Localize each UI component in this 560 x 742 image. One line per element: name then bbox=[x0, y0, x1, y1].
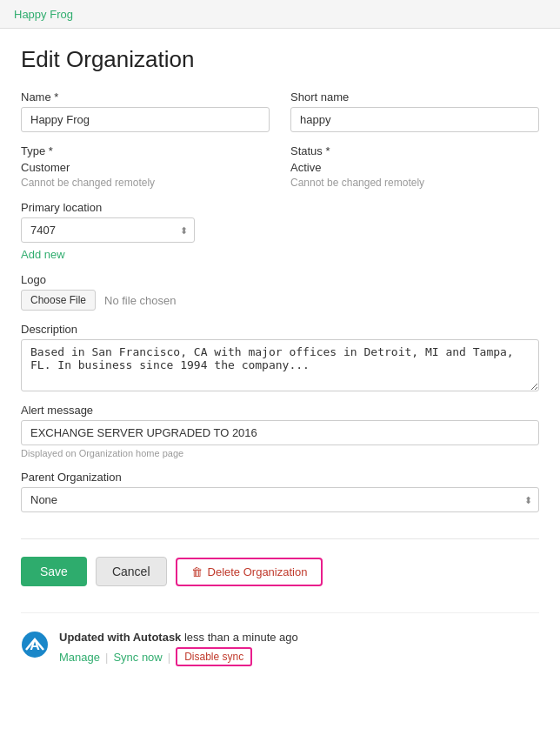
logo-group: Logo Choose File No file chosen bbox=[21, 273, 539, 311]
trash-icon: 🗑 bbox=[191, 565, 203, 578]
breadcrumb-link[interactable]: Happy Frog bbox=[14, 8, 73, 21]
name-input[interactable] bbox=[21, 107, 270, 132]
shortname-label: Short name bbox=[290, 90, 539, 104]
add-new-link[interactable]: Add new bbox=[21, 248, 539, 261]
sep-1: | bbox=[105, 651, 108, 664]
save-button[interactable]: Save bbox=[21, 557, 87, 586]
shortname-input[interactable] bbox=[290, 107, 539, 132]
primary-location-group: Primary location 7407 Add new bbox=[21, 201, 539, 261]
no-file-text: No file chosen bbox=[104, 294, 176, 307]
description-label: Description bbox=[21, 323, 539, 336]
manage-link[interactable]: Manage bbox=[59, 651, 100, 664]
sync-now-link[interactable]: Sync now bbox=[113, 651, 162, 664]
type-label: Type * bbox=[21, 144, 270, 157]
main-content: Edit Organization Name * Short name Type… bbox=[0, 29, 560, 692]
parent-org-select[interactable]: None bbox=[21, 487, 539, 512]
alert-hint: Displayed on Organization home page bbox=[21, 448, 539, 458]
status-label: Status * bbox=[290, 144, 539, 157]
parent-org-select-wrapper: None bbox=[21, 487, 539, 512]
alert-input[interactable] bbox=[21, 420, 539, 445]
page-title: Edit Organization bbox=[21, 46, 539, 73]
status-group: Status * Active Cannot be changed remote… bbox=[290, 144, 539, 189]
autotask-time: less than a minute ago bbox=[184, 631, 298, 644]
autotask-name: Updated with Autotask bbox=[59, 631, 181, 644]
delete-label: Delete Organization bbox=[208, 565, 308, 578]
status-note: Cannot be changed remotely bbox=[290, 177, 539, 189]
type-note: Cannot be changed remotely bbox=[21, 177, 270, 189]
name-row: Name * Short name bbox=[21, 90, 539, 132]
alert-label: Alert message bbox=[21, 404, 539, 417]
type-status-row: Type * Customer Cannot be changed remote… bbox=[21, 144, 539, 189]
file-input-row: Choose File No file chosen bbox=[21, 290, 539, 311]
autotask-updated-text: Updated with Autotask less than a minute… bbox=[59, 631, 298, 644]
alert-group: Alert message Displayed on Organization … bbox=[21, 404, 539, 458]
shortname-group: Short name bbox=[290, 90, 539, 132]
parent-org-group: Parent Organization None bbox=[21, 471, 539, 512]
button-row: Save Cancel 🗑 Delete Organization bbox=[21, 538, 539, 586]
autotask-links: Manage | Sync now | Disable sync bbox=[59, 647, 298, 666]
name-group: Name * bbox=[21, 90, 270, 132]
type-value: Customer bbox=[21, 161, 270, 174]
autotask-info: Updated with Autotask less than a minute… bbox=[59, 631, 298, 666]
choose-file-button[interactable]: Choose File bbox=[21, 290, 96, 311]
sep-2: | bbox=[168, 651, 170, 664]
autotask-section: A Updated with Autotask less than a minu… bbox=[21, 612, 539, 666]
description-textarea[interactable]: Based in San Francisco, CA with major of… bbox=[21, 339, 539, 391]
logo-label: Logo bbox=[21, 273, 539, 286]
top-bar: Happy Frog bbox=[0, 0, 560, 29]
primary-location-select-wrapper: 7407 bbox=[21, 217, 195, 243]
primary-location-label: Primary location bbox=[21, 201, 539, 214]
description-group: Description Based in San Francisco, CA w… bbox=[21, 323, 539, 391]
delete-button[interactable]: 🗑 Delete Organization bbox=[176, 558, 323, 586]
type-group: Type * Customer Cannot be changed remote… bbox=[21, 144, 270, 189]
name-label: Name * bbox=[21, 90, 270, 104]
parent-org-label: Parent Organization bbox=[21, 471, 539, 484]
disable-sync-button[interactable]: Disable sync bbox=[176, 647, 252, 666]
cancel-button[interactable]: Cancel bbox=[96, 557, 167, 586]
autotask-icon: A bbox=[21, 631, 49, 658]
primary-location-select[interactable]: 7407 bbox=[21, 217, 195, 243]
status-value: Active bbox=[290, 161, 539, 174]
autotask-logo-svg: A bbox=[21, 631, 49, 658]
